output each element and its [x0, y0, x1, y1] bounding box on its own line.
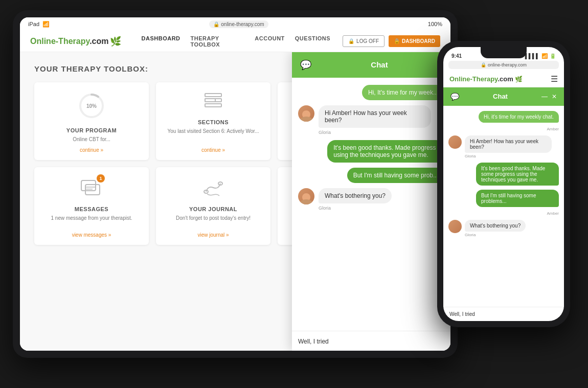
- chat-msg-5-wrap: What's bothering you? Gloria: [298, 188, 444, 211]
- minimize-icon[interactable]: —: [541, 93, 548, 100]
- phone-chat-msg-4: But I'm still having some problems...: [476, 190, 559, 207]
- messages-link[interactable]: view messages »: [72, 232, 111, 238]
- logoff-button[interactable]: 🔒 LOG OFF: [343, 35, 385, 47]
- chat-input-area[interactable]: [292, 331, 450, 351]
- phone-screen: 9:41 ▌▌▌▌ 📶 🔋 🔒 online-therapy.com Onlin…: [443, 47, 564, 321]
- phone-chat-input-area[interactable]: [443, 307, 564, 321]
- tablet-battery: 100%: [428, 21, 442, 27]
- svg-rect-3: [205, 94, 221, 97]
- close-icon[interactable]: ✕: [552, 93, 557, 100]
- phone-status-right: ▌▌▌▌ 📶 🔋: [525, 53, 556, 59]
- phone-nav: Online-Therapy.com 🌿 ☰: [443, 71, 564, 87]
- nav-links: DASHBOARD THERAPY TOOLBOX ACCOUNT QUESTI…: [142, 35, 331, 48]
- logoff-label: LOG OFF: [356, 38, 379, 44]
- tablet-status-right: 100%: [428, 21, 442, 27]
- phone-battery-icon: 🔋: [550, 53, 556, 59]
- phone-chat-msg-5-sender: Gloria: [465, 233, 526, 237]
- phone-url-text: online-therapy.com: [488, 62, 527, 67]
- phone-time: 9:41: [451, 53, 462, 59]
- nav-questions[interactable]: QUESTIONS: [295, 35, 330, 48]
- svg-rect-6: [205, 99, 215, 102]
- phone-chat-messages: Hi, it's time for my weekly chat. Amber …: [443, 106, 564, 307]
- phone-leaf-icon: 🌿: [515, 76, 523, 83]
- sections-icon: [203, 92, 223, 114]
- card-program: 10% YOUR PROGRAM Online CBT for... conti…: [34, 82, 149, 160]
- dashboard-button[interactable]: 🔒 DASHBOARD: [389, 35, 440, 47]
- gloria-avatar-2: [298, 188, 314, 204]
- phone-chat-msg-5: What's bothering you?: [465, 220, 526, 232]
- phone-logo-text: Online-Therapy.com: [449, 75, 515, 83]
- messages-icon: 1: [80, 176, 103, 201]
- nav-buttons: 🔒 LOG OFF 🔒 DASHBOARD: [343, 35, 440, 47]
- phone-wifi-icon: 📶: [541, 53, 548, 59]
- phone-chat-msg-1-sender: Amber: [547, 127, 559, 131]
- nav-account[interactable]: ACCOUNT: [255, 35, 285, 48]
- svg-point-20: [299, 199, 313, 204]
- phone-chat-msg-4-sender: Amber: [547, 211, 559, 216]
- tablet-status-center: 🔒 online-therapy.com: [50, 20, 428, 28]
- phone-signal-icon: ▌▌▌▌: [525, 53, 539, 59]
- phone-chat-msg-2-sender: Gloria: [465, 154, 552, 158]
- hamburger-icon[interactable]: ☰: [551, 74, 558, 84]
- chat-input[interactable]: [298, 338, 444, 345]
- phone-chat-msg-2: Hi Amber! How has your week been?: [465, 135, 552, 153]
- program-link[interactable]: continue »: [80, 147, 103, 153]
- journal-title: YOUR JOURNAL: [189, 206, 237, 212]
- nav-therapy-toolbox[interactable]: THERAPY TOOLBOX: [191, 35, 245, 48]
- program-desc: Online CBT for...: [73, 136, 110, 143]
- messages-badge: 1: [97, 174, 105, 182]
- phone-chat-input[interactable]: [449, 311, 558, 317]
- chat-header: 💬 Chat: [292, 52, 450, 78]
- tablet-device-label: iPad: [28, 21, 39, 27]
- sections-link[interactable]: continue »: [201, 147, 225, 153]
- tablet-device: iPad 📶 🔒 online-therapy.com 100%: [13, 10, 458, 358]
- card-journal: YOUR JOURNAL Don't forget to post today'…: [156, 167, 270, 245]
- lock-icon-small: 🔒: [348, 38, 354, 44]
- card-sections: SECTIONS You last visited Section 6: Act…: [156, 82, 270, 160]
- program-icon: 10%: [77, 92, 106, 122]
- chat-msg-5-sender: Gloria: [319, 206, 392, 211]
- lock-icon-dashboard: 🔒: [394, 38, 400, 44]
- card-messages: 1 MESSAGES 1 new message from your thera…: [34, 167, 149, 245]
- tablet-content: YOUR THERAPY TOOLBOX: 10% YOUR PROGRAM: [20, 52, 450, 351]
- chat-messages: Hi, It's time for my week...: [292, 78, 450, 331]
- phone-logo: Online-Therapy.com 🌿: [449, 74, 551, 83]
- phone-chat-bubble-icon: 💬: [450, 93, 459, 101]
- tablet-nav: Online-Therapy.com 🌿 DASHBOARD THERAPY T…: [20, 31, 450, 52]
- tablet-url-bar: 🔒 online-therapy.com: [209, 20, 268, 28]
- chat-title: Chat: [316, 60, 442, 69]
- phone-device: 9:41 ▌▌▌▌ 📶 🔋 🔒 online-therapy.com Onlin…: [437, 41, 570, 327]
- tablet-status-bar: iPad 📶 🔒 online-therapy.com 100%: [20, 17, 450, 31]
- chat-msg-5: What's bothering you?: [319, 188, 392, 203]
- journal-link[interactable]: view journal »: [197, 232, 229, 238]
- logo-text: Online-Therapy.com: [30, 37, 109, 46]
- chat-msg-3: It's been good thanks. Made progress usi…: [327, 140, 444, 163]
- phone-url-bar: 🔒 online-therapy.com: [448, 61, 559, 69]
- chat-msg-2: Hi Amber! How has your week been?: [319, 105, 431, 128]
- lock-icon: 🔒: [213, 21, 219, 27]
- phone-gloria-avatar: [448, 135, 462, 149]
- phone-gloria-avatar-2: [448, 220, 462, 233]
- tablet-wifi-icon: 📶: [42, 21, 50, 28]
- nav-dashboard[interactable]: DASHBOARD: [142, 35, 180, 48]
- tablet-status-left: iPad 📶: [28, 21, 50, 28]
- phone-chat-msg-3: It's been good thanks. Made some progres…: [476, 163, 559, 186]
- journal-desc: Don't forget to post today's entry!: [176, 215, 251, 222]
- svg-rect-12: [85, 185, 100, 195]
- phone-chat-title: Chat: [463, 93, 537, 100]
- chat-msg-4: But I'm still having some prob...: [347, 168, 444, 183]
- program-title: YOUR PROGRAM: [66, 127, 117, 133]
- phone-chat-controls: — ✕: [541, 93, 557, 100]
- tablet-url: online-therapy.com: [221, 21, 264, 27]
- phone-notch: [481, 47, 527, 58]
- journal-icon: [202, 176, 224, 201]
- tablet-chat-overlay: 💬 Chat Hi, It's time for my week...: [292, 52, 450, 351]
- sections-desc: You last visited Section 6: Actively Wor…: [168, 128, 259, 135]
- svg-rect-5: [205, 104, 221, 107]
- chat-msg-2-wrap: Hi Amber! How has your week been? Gloria: [298, 105, 444, 135]
- phone-chat-msg-1: Hi, it's time for my weekly chat.: [479, 111, 559, 123]
- svg-text:10%: 10%: [86, 103, 97, 109]
- phone-chat-header: 💬 Chat — ✕: [443, 87, 564, 106]
- leaf-icon: 🌿: [110, 36, 121, 47]
- progress-ring-svg: 10%: [77, 92, 106, 120]
